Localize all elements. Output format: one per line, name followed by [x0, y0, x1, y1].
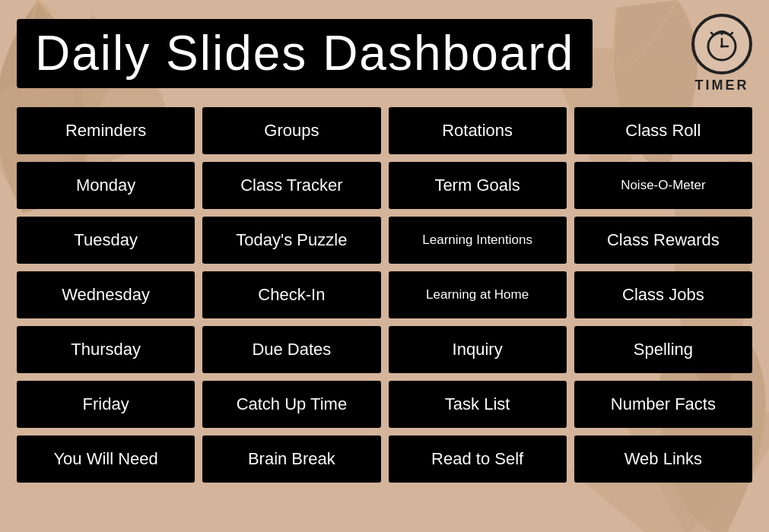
grid-btn-col1-row5[interactable]: Catch Up Time	[202, 381, 380, 428]
page-wrapper: Daily Slides Dashboard	[0, 0, 769, 532]
header: Daily Slides Dashboard	[17, 14, 752, 93]
grid-btn-col0-row3[interactable]: Wednesday	[17, 271, 195, 318]
button-grid: RemindersGroupsRotationsClass RollMonday…	[17, 107, 752, 483]
grid-btn-col3-row0[interactable]: Class Roll	[574, 107, 752, 154]
grid-btn-col0-row5[interactable]: Friday	[17, 381, 195, 428]
grid-btn-col2-row5[interactable]: Task List	[389, 381, 567, 428]
timer-block[interactable]: TIMER	[691, 14, 752, 93]
grid-btn-col2-row6[interactable]: Read to Self	[389, 435, 567, 483]
grid-btn-col1-row3[interactable]: Check-In	[202, 271, 380, 318]
svg-line-2	[730, 33, 732, 35]
timer-svg	[703, 25, 741, 63]
grid-btn-col0-row6[interactable]: You Will Need	[17, 435, 195, 483]
grid-btn-col1-row6[interactable]: Brain Break	[202, 435, 380, 483]
grid-btn-col2-row1[interactable]: Term Goals	[389, 162, 567, 209]
grid-btn-col3-row1[interactable]: Noise-O-Meter	[574, 162, 752, 209]
grid-btn-col3-row3[interactable]: Class Jobs	[574, 271, 752, 318]
timer-label: TIMER	[695, 78, 749, 93]
grid-btn-col3-row5[interactable]: Number Facts	[574, 381, 752, 428]
page-title: Daily Slides Dashboard	[35, 27, 574, 80]
grid-btn-col1-row1[interactable]: Class Tracker	[202, 162, 380, 209]
grid-btn-col1-row2[interactable]: Today's Puzzle	[202, 217, 380, 264]
grid-btn-col2-row2[interactable]: Learning Intentions	[389, 217, 567, 264]
grid-btn-col0-row2[interactable]: Tuesday	[17, 217, 195, 264]
grid-btn-col3-row4[interactable]: Spelling	[574, 326, 752, 373]
grid-btn-col3-row6[interactable]: Web Links	[574, 435, 752, 483]
grid-btn-col1-row0[interactable]: Groups	[202, 107, 380, 154]
grid-btn-col0-row0[interactable]: Reminders	[17, 107, 195, 154]
grid-btn-col0-row4[interactable]: Thursday	[17, 326, 195, 373]
title-block: Daily Slides Dashboard	[17, 19, 593, 87]
svg-point-6	[720, 45, 723, 48]
grid-btn-col2-row3[interactable]: Learning at Home	[389, 271, 567, 318]
grid-btn-col2-row4[interactable]: Inquiry	[389, 326, 567, 373]
svg-line-1	[711, 33, 713, 35]
grid-btn-col0-row1[interactable]: Monday	[17, 162, 195, 209]
timer-icon[interactable]	[691, 14, 752, 74]
grid-btn-col2-row0[interactable]: Rotations	[389, 107, 567, 154]
grid-btn-col1-row4[interactable]: Due Dates	[202, 326, 380, 373]
grid-btn-col3-row2[interactable]: Class Rewards	[574, 217, 752, 264]
